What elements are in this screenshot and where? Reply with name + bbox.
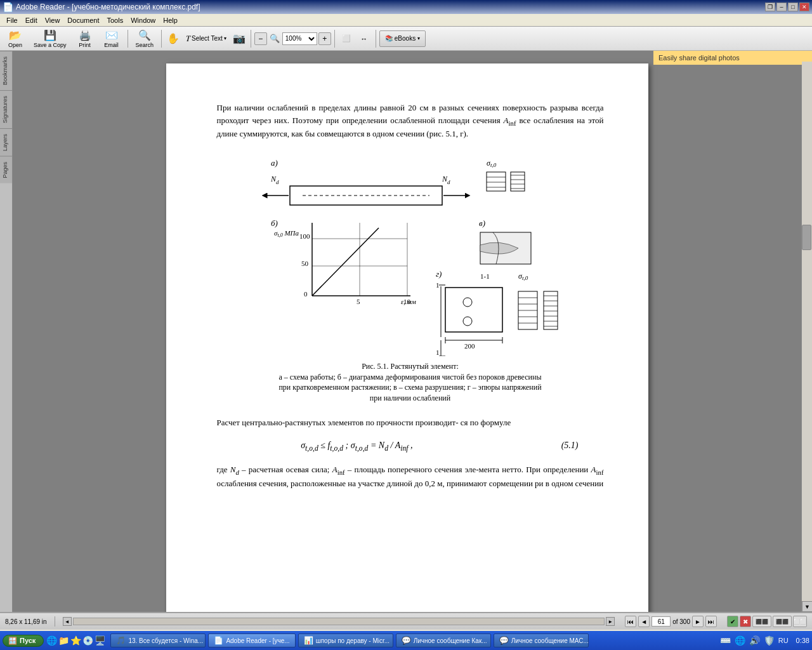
sidebar-tab-signatures[interactable]: Signatures: [0, 90, 12, 128]
statusbar: 8,26 x 11,69 in ◄ ► ⏮ ◄ of 300 ► ⏭ ✔ ✖ ⬛…: [0, 612, 812, 630]
ql-5[interactable]: 🖥️: [95, 635, 105, 646]
status-separator-1: [55, 616, 55, 627]
taskbar-item-3-icon: 💬: [402, 636, 411, 645]
titlebar-controls[interactable]: ❐ – □ ✕: [765, 3, 809, 11]
separator-3: [251, 30, 251, 48]
ql-1[interactable]: 🌐: [46, 635, 57, 646]
tray-antivirus-icon[interactable]: 🛡️: [764, 635, 775, 646]
zoom-marquee-button[interactable]: 🔍: [268, 32, 281, 45]
figure-5-1: а) Nd Nd: [217, 153, 604, 404]
tray-keyboard-icon[interactable]: ⌨️: [720, 635, 731, 646]
restore-button[interactable]: ❐: [765, 3, 775, 11]
app-icon: 📄: [3, 2, 13, 12]
menu-file[interactable]: File: [3, 15, 22, 25]
scroll-left-button[interactable]: ◄: [63, 617, 72, 626]
zoom-select[interactable]: 100% 50% 75% 125% 150%: [282, 32, 317, 45]
page-nav: ⏮ ◄ of 300 ► ⏭: [625, 616, 717, 627]
last-page-button[interactable]: ⏭: [705, 616, 717, 627]
page-number-input[interactable]: [652, 616, 671, 627]
zoom-in-button[interactable]: +: [318, 32, 331, 45]
document-page: При наличии ослаблений в пределах длины …: [166, 63, 648, 612]
ql-4[interactable]: 💿: [82, 635, 93, 646]
svg-text:1: 1: [436, 348, 440, 356]
ql-2[interactable]: 📁: [58, 635, 69, 646]
hand-icon: ✋: [167, 32, 180, 44]
go-button[interactable]: ✔: [727, 616, 738, 627]
view-button3[interactable]: ⬜⬜: [793, 616, 807, 627]
svg-text:Nd: Nd: [270, 175, 279, 185]
ql-3[interactable]: ⭐: [70, 635, 81, 646]
menu-help[interactable]: Help: [159, 15, 181, 25]
taskbar-item-0[interactable]: 🎵 13. Все сбудется - Wina...: [110, 633, 206, 647]
taskbar-item-0-icon: 🎵: [116, 636, 126, 645]
scroll-area[interactable]: При наличии ослаблений в пределах длины …: [13, 51, 801, 612]
minimize-button[interactable]: –: [776, 3, 787, 11]
svg-text:0: 0: [304, 290, 308, 298]
print-button[interactable]: 🖨️ Print: [72, 29, 98, 49]
maximize-button[interactable]: □: [788, 3, 798, 11]
print-icon: 🖨️: [79, 29, 91, 41]
separator-2: [161, 30, 162, 48]
search-icon: 🔍: [138, 29, 151, 41]
prev-page-button[interactable]: ◄: [638, 616, 650, 627]
svg-text:б): б): [271, 218, 278, 228]
svg-point-41: [463, 298, 472, 307]
figure-svg: а) Nd Nd: [252, 153, 569, 356]
scroll-thumb[interactable]: [802, 225, 811, 250]
svg-text:1: 1: [436, 281, 440, 289]
svg-text:100: 100: [299, 232, 310, 240]
sidebar-tab-bookmarks[interactable]: Bookmarks: [0, 51, 12, 90]
main-toolbar: 📂 Open 💾 Save a Copy 🖨️ Print ✉️ Email 🔍…: [0, 27, 812, 51]
tray-volume-icon[interactable]: 🔊: [749, 635, 760, 646]
fit-page-icon: ⬜: [342, 34, 351, 43]
menu-tools[interactable]: Tools: [103, 15, 128, 25]
horizontal-scroll-area[interactable]: ◄ ►: [63, 617, 615, 626]
save-copy-button[interactable]: 💾 Save a Copy: [29, 29, 71, 49]
search-button[interactable]: 🔍 Search: [131, 29, 159, 49]
fit-page-button[interactable]: ⬜: [338, 30, 355, 47]
select-text-button[interactable]: 𝑇 Select Text ▾: [183, 30, 230, 47]
tray-network-icon[interactable]: 🌐: [735, 635, 745, 646]
svg-text:5: 5: [357, 298, 360, 305]
right-scrollbar[interactable]: ▲ ▼: [801, 51, 812, 612]
first-page-button[interactable]: ⏮: [625, 616, 636, 627]
figure-caption: Рис. 5.1. Растянутый элемент: а – схема …: [278, 361, 541, 404]
view-button[interactable]: ⬛⬛: [752, 616, 771, 627]
tray-language[interactable]: RU: [778, 637, 789, 644]
menu-window[interactable]: Window: [127, 15, 159, 25]
close-button[interactable]: ✕: [799, 3, 809, 11]
sidebar-tab-pages[interactable]: Pages: [0, 156, 12, 183]
svg-text:в): в): [479, 218, 485, 228]
page-total: of 300: [672, 618, 690, 625]
view-button2[interactable]: ⬛⬛: [773, 616, 792, 627]
next-page-button[interactable]: ►: [692, 616, 704, 627]
scroll-right-button[interactable]: ►: [606, 617, 615, 626]
titlebar: 📄 Adobe Reader - [учебно-методический ко…: [0, 0, 812, 14]
menu-document[interactable]: Document: [63, 15, 103, 25]
stop-button[interactable]: ✖: [740, 616, 751, 627]
paragraph-1: При наличии ослаблений в пределах длины …: [217, 102, 604, 140]
svg-text:а): а): [271, 158, 278, 168]
taskbar-item-3[interactable]: 💬 Личное сообщение Как...: [396, 633, 491, 647]
menu-edit[interactable]: Edit: [22, 15, 41, 25]
hand-tool-button[interactable]: ✋: [165, 30, 181, 47]
sidebar-tab-layers[interactable]: Layers: [0, 128, 12, 156]
taskbar-item-2[interactable]: 📊 шпоры по дераву - Micr...: [298, 633, 393, 647]
paragraph-2: Расчет центрально-растянутых элементов п…: [217, 416, 604, 429]
formula-number: (5.1): [561, 439, 579, 452]
email-button[interactable]: ✉️ Email: [99, 29, 124, 49]
taskbar-item-1[interactable]: 📄 Adobe Reader - [уче...: [208, 633, 295, 647]
taskbar-item-4[interactable]: 💬 Личное сообщение МАС...: [494, 633, 589, 647]
horizontal-scrollbar[interactable]: [73, 618, 605, 625]
scroll-down-button[interactable]: ▼: [802, 601, 812, 612]
menu-view[interactable]: View: [41, 15, 64, 25]
share-banner[interactable]: Easily share digital photos: [653, 51, 812, 65]
main-area: Bookmarks Signatures Layers Pages При на…: [0, 51, 812, 612]
ebooks-button[interactable]: 📚 eBooks ▾: [379, 30, 426, 47]
snapshot-button[interactable]: 📷: [231, 30, 247, 47]
open-button[interactable]: 📂 Open: [3, 29, 28, 49]
zoom-out-button[interactable]: −: [254, 32, 267, 45]
start-button[interactable]: 🪟 Пуск: [3, 635, 44, 647]
fit-width-button[interactable]: ↔️: [356, 30, 372, 47]
svg-text:σt,0: σt,0: [487, 159, 497, 168]
